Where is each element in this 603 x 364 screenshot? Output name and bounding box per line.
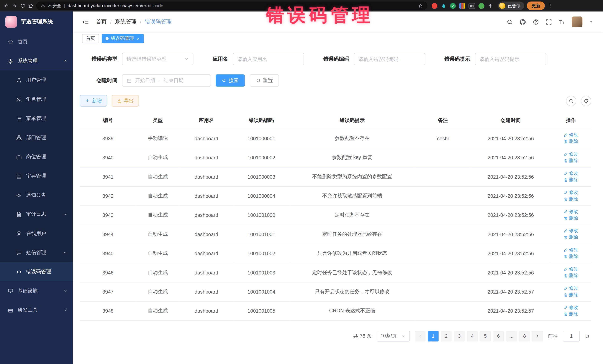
extension-green-icon[interactable] — [479, 3, 485, 9]
security-label: 不安全 — [48, 3, 61, 9]
topbar-actions — [507, 16, 593, 27]
edit-link[interactable]: 修改 — [564, 228, 578, 234]
extension-on-badge[interactable]: on — [468, 3, 475, 9]
sidebar-item-13[interactable]: 错误码管理 — [0, 262, 73, 281]
logo-row[interactable]: 芋道管理系统 — [0, 11, 73, 32]
sidebar-item-9[interactable]: 通知公告 — [0, 186, 73, 205]
search-icon[interactable] — [507, 19, 513, 25]
github-icon[interactable] — [520, 19, 526, 25]
sidebar-fold-icon[interactable] — [82, 18, 89, 25]
add-button[interactable]: 新增 — [80, 95, 107, 107]
sidebar-item-3[interactable]: 用户管理 — [0, 71, 73, 90]
cell-actions: 修改 删除 — [550, 186, 591, 205]
extension-drop-icon[interactable] — [441, 3, 447, 9]
sidebar-item-15[interactable]: 研发工具 — [0, 300, 73, 320]
edit-link[interactable]: 修改 — [564, 209, 578, 215]
goto-page-input[interactable] — [563, 331, 580, 342]
bookmark-star-icon[interactable] — [418, 3, 423, 8]
reload-icon[interactable] — [20, 3, 25, 9]
edit-link[interactable]: 修改 — [564, 304, 578, 311]
edit-link[interactable]: 修改 — [564, 247, 578, 253]
browser-home-icon[interactable] — [28, 3, 33, 9]
cell-actions: 修改 删除 — [550, 282, 591, 301]
extension-red-icon[interactable] — [432, 3, 438, 9]
browser-menu-icon[interactable] — [548, 3, 553, 9]
search-button[interactable]: 搜索 — [216, 74, 245, 87]
user-avatar[interactable] — [572, 16, 582, 27]
trash-icon — [564, 197, 568, 201]
cell-app: dashboard — [180, 301, 233, 320]
reset-button[interactable]: 重置 — [250, 74, 279, 87]
export-button[interactable]: 导出 — [112, 95, 139, 107]
sidebar-item-5[interactable]: 菜单管理 — [0, 109, 73, 128]
sidebar-item-8[interactable]: 字典管理 — [0, 166, 73, 186]
page-button-1[interactable]: 1 — [428, 331, 439, 342]
address-bar[interactable]: 不安全 | dashboard.yudao.iocoder.cn/system/… — [36, 1, 427, 10]
delete-link[interactable]: 删除 — [564, 177, 578, 183]
delete-link[interactable]: 删除 — [564, 215, 578, 221]
refresh-table-button[interactable] — [581, 96, 591, 106]
page-button-4[interactable]: 4 — [467, 331, 478, 342]
page-button-5[interactable]: 5 — [480, 331, 491, 342]
page-button-8[interactable]: 8 — [519, 331, 530, 342]
extension-bars-icon[interactable] — [459, 3, 465, 9]
delete-link[interactable]: 删除 — [564, 157, 578, 164]
delete-link[interactable]: 删除 — [564, 196, 578, 202]
edit-link[interactable]: 修改 — [564, 170, 578, 177]
table-row: 3941 自动生成 dashboard 1001000003 不能删除类型为系统… — [80, 167, 591, 186]
chevron-down-icon — [63, 308, 68, 312]
next-page-button[interactable] — [532, 331, 543, 342]
sidebar-item-2[interactable]: 系统管理 — [0, 51, 73, 70]
edit-link[interactable]: 修改 — [564, 266, 578, 272]
delete-link[interactable]: 删除 — [564, 272, 578, 279]
edit-link[interactable]: 修改 — [564, 132, 578, 138]
sidebar-item-10[interactable]: 审计日志 — [0, 205, 73, 224]
error-type-select[interactable]: 请选择错误码类型 — [122, 53, 194, 65]
forward-icon[interactable] — [12, 3, 17, 9]
sidebar-item-6[interactable]: 部门管理 — [0, 128, 73, 147]
browser-profile-chip[interactable]: 已暂停 — [498, 1, 524, 10]
sidebar-item-1[interactable]: 首页 — [0, 32, 73, 51]
edit-link[interactable]: 修改 — [564, 189, 578, 196]
error-hint-input[interactable] — [475, 53, 546, 65]
delete-link[interactable]: 删除 — [564, 234, 578, 241]
sidebar-item-4[interactable]: 角色管理 — [0, 90, 73, 109]
delete-link[interactable]: 删除 — [564, 253, 578, 260]
font-size-icon[interactable] — [559, 19, 565, 25]
pinned-extension-icon[interactable] — [488, 3, 493, 9]
prev-page-button[interactable] — [415, 331, 426, 342]
sidebar-item-14[interactable]: 基础设施 — [0, 281, 73, 300]
topbar: 首页/系统管理/错误码管理 — [73, 11, 603, 32]
toggle-search-button[interactable] — [566, 96, 576, 106]
delete-link[interactable]: 删除 — [564, 292, 578, 298]
fullscreen-icon[interactable] — [546, 19, 552, 25]
delete-link[interactable]: 删除 — [564, 311, 578, 317]
tools-icon — [8, 307, 13, 313]
page-ellipsis[interactable]: ... — [506, 331, 517, 342]
close-icon[interactable] — [136, 36, 140, 40]
delete-link[interactable]: 删除 — [564, 138, 578, 145]
sidebar-item-11[interactable]: 在线用户 — [0, 224, 73, 243]
caret-down-icon[interactable] — [589, 20, 593, 24]
page-size-select[interactable]: 10条/页 — [377, 331, 410, 342]
page-button-2[interactable]: 2 — [441, 331, 452, 342]
page-button-6[interactable]: 6 — [493, 331, 504, 342]
date-range-picker[interactable]: 开始日期 - 结束日期 — [122, 74, 211, 87]
sidebar-item-12[interactable]: 短信管理 — [0, 243, 73, 262]
tab-错误码管理[interactable]: 错误码管理 — [102, 34, 144, 43]
help-icon[interactable] — [533, 19, 539, 25]
update-button[interactable]: 更新 — [527, 1, 545, 10]
back-icon[interactable] — [4, 3, 9, 9]
table-row: 3944 自动生成 dashboard 1001001001 定时任务的处理器已… — [80, 225, 591, 244]
edit-link[interactable]: 修改 — [564, 151, 578, 157]
breadcrumb-item[interactable]: 系统管理 — [115, 18, 137, 25]
edit-link[interactable]: 修改 — [564, 285, 578, 292]
sidebar-item-7[interactable]: 岗位管理 — [0, 147, 73, 166]
tab-首页[interactable]: 首页 — [82, 34, 99, 43]
breadcrumb-item[interactable]: 首页 — [96, 18, 107, 25]
page-button-3[interactable]: 3 — [454, 331, 464, 342]
error-code-input[interactable] — [354, 53, 425, 65]
cell-id: 3945 — [80, 244, 136, 263]
app-name-input[interactable] — [233, 53, 304, 65]
extension-check-icon[interactable] — [450, 3, 456, 9]
